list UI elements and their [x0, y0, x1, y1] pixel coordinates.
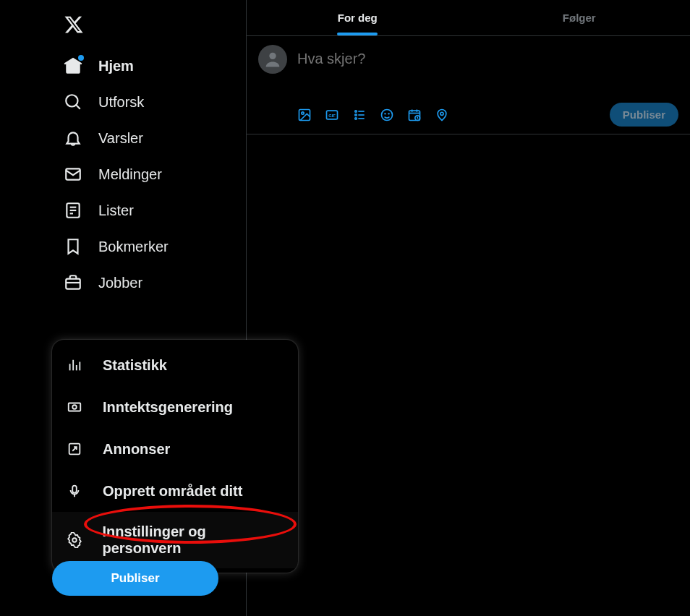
media-icon[interactable]	[297, 108, 312, 122]
menu-item-label: Inntektsgenerering	[103, 399, 233, 416]
main-column: For deg Følger GIF	[246, 0, 690, 616]
stats-icon	[65, 356, 84, 375]
avatar[interactable]	[258, 45, 287, 74]
primary-nav: Hjem Utforsk Varsler Meldinger	[56, 48, 246, 301]
composer-action-icons: GIF	[297, 108, 449, 122]
bell-icon	[64, 129, 82, 147]
nav-lists[interactable]: Lister	[56, 192, 246, 228]
svg-text:GIF: GIF	[328, 113, 336, 117]
nav-label: Lister	[98, 202, 134, 219]
tab-label: For deg	[338, 12, 378, 24]
menu-item-create-space[interactable]: Opprett området ditt	[52, 470, 298, 512]
nav-bookmarks[interactable]: Bokmerker	[56, 228, 246, 265]
gif-icon[interactable]: GIF	[325, 108, 339, 122]
nav-notifications[interactable]: Varsler	[56, 120, 246, 156]
nav-home[interactable]: Hjem	[56, 48, 246, 84]
svg-point-31	[385, 113, 386, 114]
x-logo[interactable]	[56, 7, 246, 48]
schedule-icon[interactable]	[407, 108, 422, 122]
tab-label: Følger	[563, 12, 596, 24]
menu-item-ads[interactable]: Annonser	[52, 428, 298, 470]
app-root: Hjem Utforsk Varsler Meldinger	[0, 0, 690, 616]
nav-jobs[interactable]: Jobber	[56, 265, 246, 301]
menu-item-settings-privacy[interactable]: Innstillinger og personvern	[52, 512, 298, 568]
home-icon	[64, 56, 82, 75]
more-menu-popup: Statistikk Inntektsgenerering Annonser O…	[52, 340, 298, 573]
nav-label: Bokmerker	[98, 239, 169, 255]
svg-rect-7	[66, 279, 80, 289]
monetize-icon	[65, 398, 84, 416]
svg-point-19	[269, 53, 276, 59]
emoji-icon[interactable]	[380, 108, 394, 122]
nav-explore[interactable]: Utforsk	[56, 84, 246, 120]
sidebar: Hjem Utforsk Varsler Meldinger	[0, 0, 246, 616]
poll-icon[interactable]	[352, 108, 367, 122]
svg-point-26	[355, 114, 357, 116]
svg-rect-16	[72, 486, 77, 493]
composer-row	[258, 45, 678, 74]
svg-rect-13	[69, 403, 81, 411]
svg-point-0	[66, 95, 77, 106]
menu-item-label: Innstillinger og personvern	[102, 523, 285, 557]
nav-messages[interactable]: Meldinger	[56, 156, 246, 192]
nav-label: Hjem	[98, 58, 134, 74]
timeline-tabs: For deg Følger	[247, 0, 690, 36]
menu-item-label: Statistikk	[103, 357, 167, 374]
bookmark-icon	[64, 237, 82, 256]
compose-input[interactable]	[297, 45, 678, 67]
svg-point-28	[355, 117, 357, 119]
svg-point-38	[440, 112, 443, 115]
ads-icon	[65, 440, 84, 458]
menu-item-statistics[interactable]: Statistikk	[52, 344, 298, 386]
settings-icon	[65, 531, 83, 549]
svg-point-14	[72, 405, 77, 409]
composer-actions: GIF Publiser	[258, 103, 678, 127]
location-icon[interactable]	[435, 108, 449, 122]
svg-point-30	[382, 109, 393, 120]
menu-item-monetization[interactable]: Inntektsgenerering	[52, 386, 298, 428]
tab-for-you[interactable]: For deg	[247, 0, 469, 35]
nav-label: Utforsk	[98, 94, 144, 111]
mail-icon	[64, 165, 82, 184]
briefcase-icon	[64, 273, 82, 292]
svg-point-32	[388, 113, 389, 114]
menu-item-label: Annonser	[103, 441, 170, 458]
compose-publish-button[interactable]: Publiser	[610, 103, 678, 127]
tab-active-underline	[337, 33, 378, 35]
space-icon	[65, 482, 84, 500]
svg-point-21	[302, 111, 304, 114]
home-notification-dot	[78, 55, 84, 61]
sidebar-publish-button[interactable]: Publiser	[52, 561, 218, 596]
composer: GIF Publiser	[247, 36, 690, 134]
tab-following[interactable]: Følger	[469, 0, 691, 35]
list-icon	[64, 201, 82, 220]
svg-line-1	[76, 105, 80, 108]
search-icon	[64, 93, 82, 111]
nav-label: Jobber	[98, 275, 142, 291]
menu-item-label: Opprett området ditt	[103, 483, 242, 500]
svg-point-18	[72, 538, 77, 542]
nav-label: Varsler	[98, 130, 143, 147]
nav-label: Meldinger	[98, 166, 162, 183]
svg-point-24	[355, 110, 357, 112]
